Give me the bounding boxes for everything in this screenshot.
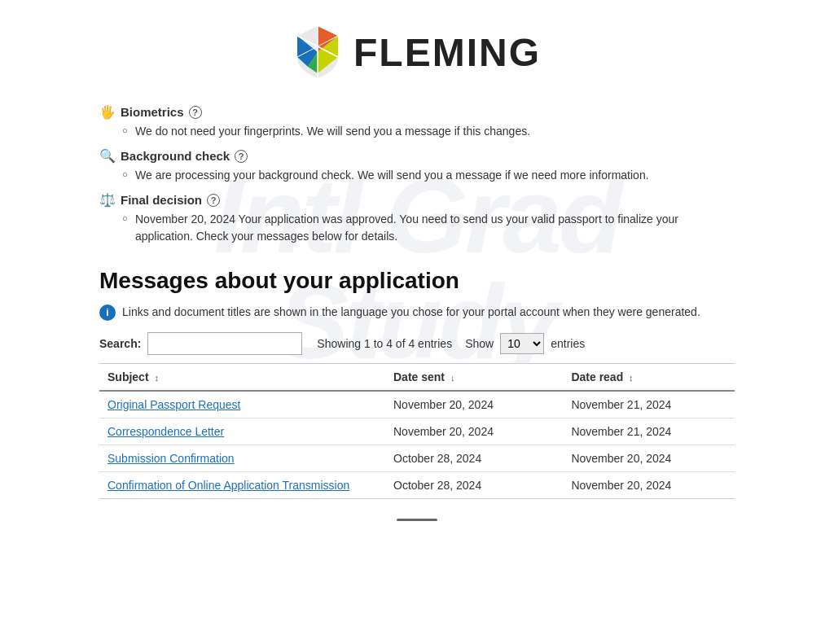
sort-date-read-icon[interactable]: ↕ <box>629 373 634 383</box>
search-bar: Search: Showing 1 to 4 of 4 entries Show… <box>99 332 735 355</box>
magnify-icon: 🔍 <box>99 148 116 164</box>
entries-select[interactable]: 10 25 50 100 <box>500 333 544 354</box>
col-subject-label: Subject <box>108 370 149 383</box>
table-cell-date-read: November 20, 2024 <box>563 445 735 472</box>
table-cell-date-sent: November 20, 2024 <box>385 418 563 445</box>
bottom-divider <box>397 519 437 521</box>
final-decision-body: November 20, 2024 Your application was a… <box>99 211 735 245</box>
table-cell-date-read: November 21, 2024 <box>563 418 735 445</box>
background-check-help-icon[interactable]: ? <box>235 150 248 163</box>
final-decision-title: ⚖️ Final decision ? <box>99 192 735 208</box>
table-row: Original Passport RequestNovember 20, 20… <box>99 391 735 418</box>
table-cell-date-read: November 21, 2024 <box>563 391 735 418</box>
logo-shield-icon <box>293 24 342 80</box>
final-decision-text: November 20, 2024 Your application was a… <box>122 211 735 245</box>
show-label: Show <box>465 337 494 350</box>
entries-info: Showing 1 to 4 of 4 entries <box>317 337 452 350</box>
biometrics-body: We do not need your fingerprints. We wil… <box>99 123 735 140</box>
col-header-date-sent[interactable]: Date sent ↓ <box>385 364 563 392</box>
table-row: Submission ConfirmationOctober 28, 2024N… <box>99 445 735 472</box>
message-link-1[interactable]: Correspondence Letter <box>108 425 224 438</box>
biometrics-title: 🖐 Biometrics ? <box>99 104 735 120</box>
background-check-body: We are processing your background check.… <box>99 167 735 184</box>
search-input[interactable] <box>147 332 302 355</box>
table-header-row: Subject ↕ Date sent ↓ Date read ↕ <box>99 364 735 392</box>
logo-text: FLEMING <box>353 30 541 75</box>
table-cell-subject: Confirmation of Online Application Trans… <box>99 472 385 499</box>
col-date-read-label: Date read <box>571 370 623 383</box>
table-row: Correspondence LetterNovember 20, 2024No… <box>99 418 735 445</box>
table-cell-subject: Original Passport Request <box>99 391 385 418</box>
table-row: Confirmation of Online Application Trans… <box>99 472 735 499</box>
final-decision-section: ⚖️ Final decision ? November 20, 2024 Yo… <box>99 192 735 245</box>
info-banner-text: Links and document titles are shown in t… <box>122 304 700 321</box>
final-decision-help-icon[interactable]: ? <box>207 194 220 207</box>
sort-subject-icon[interactable]: ↕ <box>154 373 159 383</box>
message-link-0[interactable]: Original Passport Request <box>108 398 240 411</box>
biometrics-text: We do not need your fingerprints. We wil… <box>122 123 735 140</box>
info-icon: i <box>99 304 116 321</box>
biometrics-label: Biometrics <box>121 105 184 119</box>
table-cell-date-sent: October 28, 2024 <box>385 472 563 499</box>
biometrics-section: 🖐 Biometrics ? We do not need your finge… <box>99 104 735 140</box>
table-cell-subject: Correspondence Letter <box>99 418 385 445</box>
col-header-date-read[interactable]: Date read ↕ <box>563 364 735 392</box>
final-decision-label: Final decision <box>121 193 202 207</box>
sort-date-sent-icon[interactable]: ↓ <box>450 373 455 383</box>
background-check-label: Background check <box>121 149 230 163</box>
message-link-3[interactable]: Confirmation of Online Application Trans… <box>108 479 349 492</box>
fingerprint-icon: 🖐 <box>99 104 116 120</box>
background-check-section: 🔍 Background check ? We are processing y… <box>99 148 735 184</box>
messages-heading: Messages about your application <box>99 268 735 294</box>
message-link-2[interactable]: Submission Confirmation <box>108 452 235 465</box>
table-cell-date-sent: October 28, 2024 <box>385 445 563 472</box>
entries-label: entries <box>551 337 585 350</box>
table-cell-date-read: November 20, 2024 <box>563 472 735 499</box>
background-check-title: 🔍 Background check ? <box>99 148 735 164</box>
messages-table: Subject ↕ Date sent ↓ Date read ↕ Origin… <box>99 363 735 499</box>
header: FLEMING <box>0 0 834 96</box>
biometrics-help-icon[interactable]: ? <box>189 106 202 119</box>
search-label: Search: <box>99 337 141 350</box>
background-check-text: We are processing your background check.… <box>122 167 735 184</box>
col-header-subject[interactable]: Subject ↕ <box>99 364 385 392</box>
col-date-sent-label: Date sent <box>393 370 445 383</box>
table-cell-subject: Submission Confirmation <box>99 445 385 472</box>
table-cell-date-sent: November 20, 2024 <box>385 391 563 418</box>
info-banner: i Links and document titles are shown in… <box>99 304 735 321</box>
main-content: 🖐 Biometrics ? We do not need your finge… <box>50 96 784 554</box>
scales-icon: ⚖️ <box>99 192 116 208</box>
